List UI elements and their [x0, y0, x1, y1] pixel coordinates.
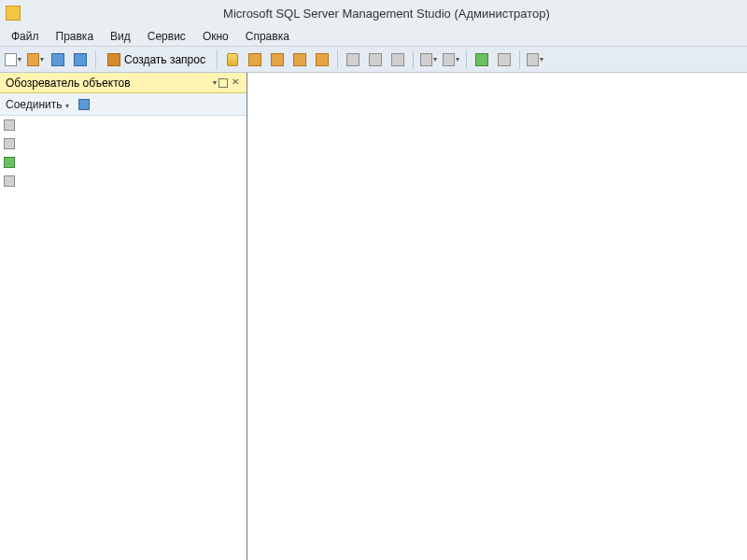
new-project-icon[interactable]: ▾: [4, 50, 22, 69]
new-query-label: Создать запрос: [124, 53, 205, 66]
activity-monitor-icon[interactable]: [472, 50, 491, 69]
object-explorer-header: Обозреватель объектов ▾ ✕: [0, 73, 247, 93]
undo-icon[interactable]: ▾: [419, 50, 438, 69]
close-panel-icon[interactable]: ✕: [230, 77, 241, 89]
save-all-icon[interactable]: [71, 50, 90, 69]
redo-icon[interactable]: ▾: [442, 50, 460, 69]
connect-dropdown[interactable]: Соединить ▾: [6, 98, 69, 111]
object-explorer-toolbar: Соединить ▾: [0, 93, 247, 116]
oe-refresh-icon[interactable]: [0, 172, 19, 190]
oe-connect-icon[interactable]: [75, 95, 93, 114]
copy-icon[interactable]: [366, 50, 385, 69]
menu-edit[interactable]: Правка: [49, 28, 102, 45]
oe-filter-icon[interactable]: [0, 153, 19, 172]
paste-icon[interactable]: [388, 50, 407, 69]
menu-view[interactable]: Вид: [103, 28, 138, 45]
connect-label: Соединить: [6, 98, 63, 111]
menu-bar: Файл Правка Вид Сервис Окно Справка: [0, 26, 747, 47]
db-engine-query-icon[interactable]: [223, 50, 242, 69]
object-explorer-panel: Обозреватель объектов ▾ ✕ Соединить ▾: [0, 73, 247, 560]
main-toolbar: ▾ ▾ Создать запрос ▾ ▾ ▾: [0, 47, 747, 73]
menu-file[interactable]: Файл: [4, 28, 47, 45]
registered-servers-icon[interactable]: [495, 50, 514, 69]
xmla-query-icon[interactable]: [313, 50, 331, 69]
object-explorer-tree[interactable]: [247, 73, 747, 560]
window-title: Microsoft SQL Server Management Studio (…: [26, 7, 747, 21]
menu-window[interactable]: Окно: [195, 28, 236, 45]
dmx-query-icon[interactable]: [290, 50, 309, 69]
new-query-icon: [107, 53, 120, 66]
menu-tools[interactable]: Сервис: [140, 28, 193, 45]
oe-stop-icon[interactable]: [0, 134, 19, 153]
menu-help[interactable]: Справка: [238, 28, 297, 45]
object-explorer-title: Обозреватель объектов: [6, 77, 131, 90]
panel-menu-icon[interactable]: ▾: [213, 78, 217, 87]
mdx-query-icon[interactable]: [268, 50, 287, 69]
title-bar: Microsoft SQL Server Management Studio (…: [0, 0, 747, 26]
cut-icon[interactable]: [344, 50, 362, 69]
save-icon[interactable]: [49, 50, 67, 69]
analysis-query-icon[interactable]: [246, 50, 264, 69]
new-query-button[interactable]: Создать запрос: [102, 53, 211, 66]
oe-disconnect-icon[interactable]: [0, 116, 19, 134]
pin-icon[interactable]: [218, 78, 228, 88]
find-icon[interactable]: ▾: [526, 50, 544, 69]
open-icon[interactable]: ▾: [26, 50, 45, 69]
app-icon: [6, 6, 21, 21]
